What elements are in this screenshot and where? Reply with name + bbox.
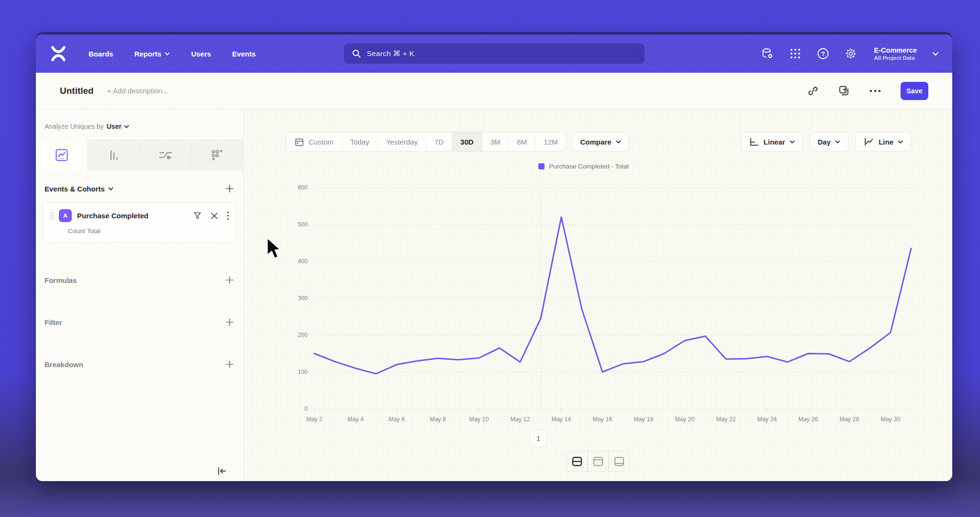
add-filter-button[interactable]: [225, 317, 234, 327]
date-range-label: 30D: [460, 138, 474, 146]
date-range-12m[interactable]: 12M: [535, 132, 566, 151]
svg-text:May 18: May 18: [634, 416, 654, 423]
analyze-entity-dropdown[interactable]: User: [107, 123, 129, 130]
kebab-menu-icon[interactable]: [227, 211, 229, 220]
nav-item-label: Boards: [89, 50, 113, 58]
section-label: Formulas: [45, 276, 77, 284]
svg-text:May 6: May 6: [389, 416, 405, 423]
svg-text:100: 100: [298, 369, 308, 375]
date-range-6m[interactable]: 6M: [509, 132, 535, 151]
date-range-3m[interactable]: 3M: [482, 132, 509, 151]
interval-dropdown[interactable]: Day: [810, 132, 849, 152]
nav-item-users[interactable]: Users: [191, 50, 211, 58]
analyze-prefix: Analyze Uniques by: [45, 123, 104, 130]
date-range-label: 3M: [490, 138, 501, 146]
svg-text:May 8: May 8: [430, 416, 446, 423]
date-range-yesterday[interactable]: Yesterday: [378, 132, 426, 151]
project-switcher[interactable]: E-Commerce All Project Data: [874, 46, 917, 62]
layout-split-rows-button[interactable]: [567, 451, 588, 472]
event-measurement[interactable]: Count Total: [68, 227, 229, 235]
page-indicator[interactable]: 1: [530, 430, 547, 447]
compare-button[interactable]: Compare: [572, 132, 629, 152]
filter-funnel-icon[interactable]: [193, 211, 202, 220]
event-card-actions: [193, 211, 229, 220]
save-button[interactable]: Save: [901, 82, 928, 100]
duplicate-icon[interactable]: [838, 85, 850, 97]
svg-text:May 26: May 26: [799, 416, 818, 423]
nav-items: BoardsReportsUsersEvents: [89, 50, 277, 58]
search-input[interactable]: Search ⌘ + K: [344, 44, 645, 64]
chart-panel: CustomTodayYesterday7D30D3M6M12M Compare…: [244, 109, 952, 481]
date-range-30d[interactable]: 30D: [452, 132, 482, 151]
chart-type-dropdown[interactable]: Line: [855, 132, 911, 152]
svg-text:?: ?: [821, 50, 825, 57]
project-name: E-Commerce: [874, 46, 917, 55]
events-cohorts-label[interactable]: Events & Cohorts: [45, 185, 113, 193]
sidebar-section-breakdown: Breakdown: [36, 360, 243, 369]
date-range-7d[interactable]: 7D: [426, 132, 452, 151]
chevron-down-icon: [124, 125, 129, 128]
report-type-tabs: [36, 140, 243, 170]
svg-text:300: 300: [298, 295, 308, 302]
tab-flows[interactable]: [139, 140, 191, 170]
drag-handle-icon[interactable]: [50, 212, 54, 220]
layout-top-panel-button[interactable]: [588, 451, 609, 472]
analyze-entity-value: User: [107, 123, 122, 130]
settings-gear-icon[interactable]: [845, 47, 857, 60]
svg-text:May 10: May 10: [469, 416, 489, 423]
remove-event-icon[interactable]: [211, 212, 218, 220]
scale-label: Linear: [764, 138, 785, 146]
date-range-today[interactable]: Today: [342, 132, 378, 151]
mixpanel-logo-icon[interactable]: [49, 44, 67, 63]
help-icon[interactable]: ?: [817, 47, 829, 60]
add-breakdown-button[interactable]: [225, 360, 234, 369]
svg-text:May 30: May 30: [881, 416, 901, 423]
event-card-row: A Purchase Completed: [50, 209, 229, 222]
date-range-custom[interactable]: Custom: [286, 132, 342, 151]
date-controls: CustomTodayYesterday7D30D3M6M12M Compare: [286, 132, 629, 152]
nav-item-label: Users: [191, 50, 211, 58]
more-options-icon[interactable]: [869, 89, 881, 93]
report-title[interactable]: Untitled: [60, 86, 94, 96]
date-range-segment: CustomTodayYesterday7D30D3M6M12M: [286, 132, 566, 152]
svg-text:May 20: May 20: [675, 416, 695, 423]
chevron-down-icon: [616, 140, 621, 144]
add-formulas-button[interactable]: [225, 275, 234, 285]
nav-item-reports[interactable]: Reports: [134, 50, 170, 58]
svg-text:May 22: May 22: [716, 416, 736, 423]
search-icon: [352, 49, 361, 58]
apps-grid-icon[interactable]: [789, 47, 802, 60]
content: Analyze Uniques by User: [36, 109, 952, 481]
tab-funnels[interactable]: [88, 140, 140, 170]
chevron-down-icon: [108, 187, 113, 191]
chevron-down-icon: [165, 52, 170, 56]
scale-dropdown[interactable]: Linear: [741, 132, 803, 152]
analyze-row: Analyze Uniques by User: [36, 109, 243, 137]
chart-legend[interactable]: Purchase Completed - Total: [244, 163, 924, 170]
insights-chart[interactable]: 0100200300400500600May 2May 4May 6May 8M…: [262, 171, 932, 432]
data-management-icon[interactable]: [761, 47, 774, 60]
svg-text:200: 200: [298, 332, 308, 338]
app-window: BoardsReportsUsersEvents Search ⌘ + K: [36, 34, 952, 481]
project-chevron-down-icon[interactable]: [932, 52, 939, 56]
collapse-sidebar-icon[interactable]: [217, 467, 227, 475]
share-link-icon[interactable]: [807, 85, 819, 97]
query-sidebar: Analyze Uniques by User: [36, 109, 244, 481]
nav-item-events[interactable]: Events: [232, 50, 256, 58]
date-range-label: 12M: [544, 138, 557, 146]
section-label: Filter: [45, 318, 62, 326]
add-event-button[interactable]: [225, 184, 234, 193]
event-badge: A: [59, 209, 72, 222]
event-card[interactable]: A Purchase Completed Count T: [43, 202, 236, 243]
add-description-field[interactable]: + Add description...: [107, 87, 168, 95]
tab-retention[interactable]: [191, 140, 244, 170]
nav-item-boards[interactable]: Boards: [89, 50, 113, 58]
svg-text:May 12: May 12: [511, 416, 530, 423]
date-range-label: Today: [350, 138, 369, 146]
svg-text:600: 600: [298, 184, 308, 191]
svg-text:400: 400: [298, 258, 308, 265]
layout-bottom-panel-button[interactable]: [609, 451, 630, 472]
svg-text:May 16: May 16: [593, 416, 612, 423]
event-name[interactable]: Purchase Completed: [77, 212, 148, 220]
tab-insights[interactable]: [36, 140, 88, 170]
